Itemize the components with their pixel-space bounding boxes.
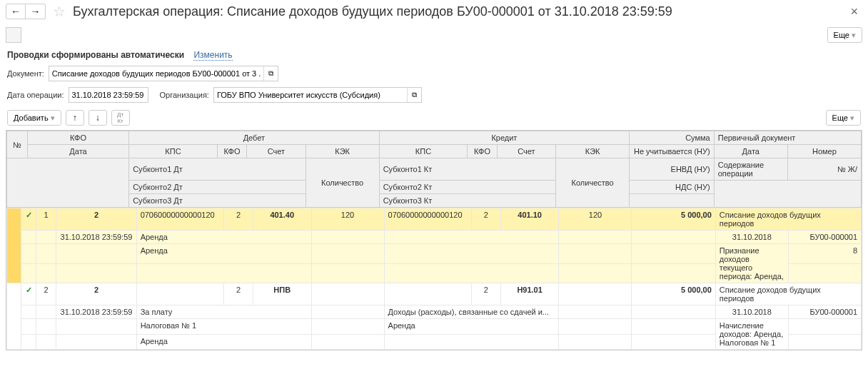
grid-body[interactable]: ✓ 1 2 07060000000000120 2 401.40 120 070… [6,208,862,350]
chevron-down-icon: ▾ [850,113,854,123]
forward-button[interactable]: → [26,4,46,19]
table-row[interactable]: 31.10.2018 23:59:59 За плату Доходы (рас… [7,305,862,319]
org-input[interactable] [214,88,407,102]
page-title: Бухгалтерская операция: Списание доходов… [73,4,846,19]
date-input[interactable] [69,88,148,102]
date-label: Дата операции: [7,91,64,99]
check-icon: ✓ [21,208,36,231]
change-link[interactable]: Изменить [193,50,232,61]
more-button-top[interactable]: Еще ▾ [827,27,862,43]
table-row[interactable]: Налоговая № 1 Аренда Начисление доходов:… [7,319,862,335]
move-up-button[interactable]: ↑ [66,110,84,126]
autogen-notice: Проводки сформированы автоматически Изме… [0,47,868,63]
org-input-wrap: ⧉ [213,87,422,103]
org-label: Организация: [160,91,209,99]
entries-grid: № КФО Дебет Кредит Сумма Первичный докум… [6,130,862,350]
grid-header: № КФО Дебет Кредит Сумма Первичный докум… [6,131,862,208]
dtkt-button[interactable]: ДтКт [111,110,130,126]
doc-input-wrap: ⧉ [49,66,278,81]
open-org-button[interactable]: ⧉ [407,88,421,102]
table-row[interactable]: 31.10.2018 23:59:59 Аренда 31.10.2018 БУ… [7,231,862,244]
check-icon: ✓ [21,283,36,305]
back-button[interactable]: ← [6,4,26,19]
move-down-button[interactable]: ↓ [89,110,107,126]
table-row[interactable]: ✓ 1 2 07060000000000120 2 401.40 120 070… [7,208,862,231]
record-button[interactable] [6,27,21,43]
add-button[interactable]: Добавить ▾ [7,110,61,126]
table-row[interactable]: ✓ 2 2 2 НПВ 2 Н91.01 5 000,00 Списание д… [7,283,862,305]
favorite-star-icon[interactable]: ☆ [53,3,66,20]
table-row[interactable]: Аренда Признание доходов текущего период… [7,244,862,264]
close-icon[interactable]: × [846,4,862,19]
doc-input[interactable] [49,66,263,81]
date-input-wrap [69,87,148,103]
chevron-down-icon: ▾ [51,113,55,123]
chevron-down-icon: ▾ [852,31,856,40]
doc-label: Документ: [7,69,44,78]
more-button-grid[interactable]: Еще ▾ [826,110,861,126]
open-doc-button[interactable]: ⧉ [263,66,278,81]
